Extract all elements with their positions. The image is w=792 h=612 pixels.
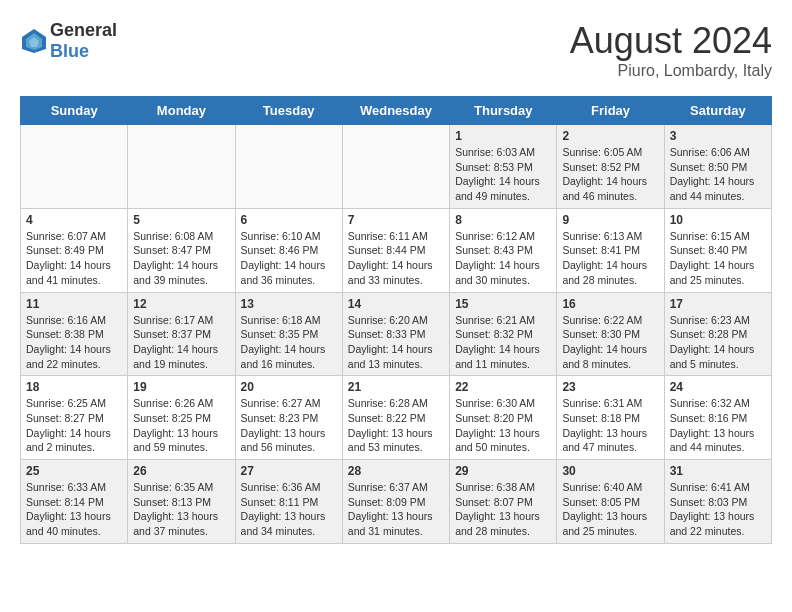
day-number: 10 [670, 213, 766, 227]
calendar-cell: 28Sunrise: 6:37 AMSunset: 8:09 PMDayligh… [342, 460, 449, 544]
day-number: 26 [133, 464, 229, 478]
day-number: 25 [26, 464, 122, 478]
day-of-week-header: Friday [557, 97, 664, 125]
day-number: 7 [348, 213, 444, 227]
calendar-cell: 18Sunrise: 6:25 AMSunset: 8:27 PMDayligh… [21, 376, 128, 460]
day-number: 28 [348, 464, 444, 478]
calendar-cell: 3Sunrise: 6:06 AMSunset: 8:50 PMDaylight… [664, 125, 771, 209]
cell-content: Sunrise: 6:35 AMSunset: 8:13 PMDaylight:… [133, 480, 229, 539]
calendar-cell: 6Sunrise: 6:10 AMSunset: 8:46 PMDaylight… [235, 208, 342, 292]
cell-content: Sunrise: 6:36 AMSunset: 8:11 PMDaylight:… [241, 480, 337, 539]
day-number: 16 [562, 297, 658, 311]
cell-content: Sunrise: 6:03 AMSunset: 8:53 PMDaylight:… [455, 145, 551, 204]
calendar-cell [235, 125, 342, 209]
day-number: 27 [241, 464, 337, 478]
calendar-cell: 23Sunrise: 6:31 AMSunset: 8:18 PMDayligh… [557, 376, 664, 460]
cell-content: Sunrise: 6:15 AMSunset: 8:40 PMDaylight:… [670, 229, 766, 288]
calendar-cell: 16Sunrise: 6:22 AMSunset: 8:30 PMDayligh… [557, 292, 664, 376]
calendar-cell: 2Sunrise: 6:05 AMSunset: 8:52 PMDaylight… [557, 125, 664, 209]
cell-content: Sunrise: 6:18 AMSunset: 8:35 PMDaylight:… [241, 313, 337, 372]
page-header: General Blue August 2024 Piuro, Lombardy… [20, 20, 772, 80]
day-number: 6 [241, 213, 337, 227]
day-number: 12 [133, 297, 229, 311]
cell-content: Sunrise: 6:30 AMSunset: 8:20 PMDaylight:… [455, 396, 551, 455]
calendar-cell: 22Sunrise: 6:30 AMSunset: 8:20 PMDayligh… [450, 376, 557, 460]
location-subtitle: Piuro, Lombardy, Italy [570, 62, 772, 80]
calendar-cell: 30Sunrise: 6:40 AMSunset: 8:05 PMDayligh… [557, 460, 664, 544]
calendar-cell: 10Sunrise: 6:15 AMSunset: 8:40 PMDayligh… [664, 208, 771, 292]
cell-content: Sunrise: 6:20 AMSunset: 8:33 PMDaylight:… [348, 313, 444, 372]
month-year-title: August 2024 [570, 20, 772, 62]
logo-blue: Blue [50, 41, 89, 61]
cell-content: Sunrise: 6:32 AMSunset: 8:16 PMDaylight:… [670, 396, 766, 455]
calendar-cell: 1Sunrise: 6:03 AMSunset: 8:53 PMDaylight… [450, 125, 557, 209]
day-number: 4 [26, 213, 122, 227]
cell-content: Sunrise: 6:11 AMSunset: 8:44 PMDaylight:… [348, 229, 444, 288]
day-number: 21 [348, 380, 444, 394]
calendar-cell [128, 125, 235, 209]
day-number: 18 [26, 380, 122, 394]
cell-content: Sunrise: 6:17 AMSunset: 8:37 PMDaylight:… [133, 313, 229, 372]
cell-content: Sunrise: 6:27 AMSunset: 8:23 PMDaylight:… [241, 396, 337, 455]
calendar-cell: 12Sunrise: 6:17 AMSunset: 8:37 PMDayligh… [128, 292, 235, 376]
cell-content: Sunrise: 6:12 AMSunset: 8:43 PMDaylight:… [455, 229, 551, 288]
day-of-week-header: Thursday [450, 97, 557, 125]
cell-content: Sunrise: 6:05 AMSunset: 8:52 PMDaylight:… [562, 145, 658, 204]
day-of-week-header: Saturday [664, 97, 771, 125]
day-number: 15 [455, 297, 551, 311]
day-number: 23 [562, 380, 658, 394]
cell-content: Sunrise: 6:33 AMSunset: 8:14 PMDaylight:… [26, 480, 122, 539]
cell-content: Sunrise: 6:16 AMSunset: 8:38 PMDaylight:… [26, 313, 122, 372]
calendar-cell: 17Sunrise: 6:23 AMSunset: 8:28 PMDayligh… [664, 292, 771, 376]
calendar-cell: 9Sunrise: 6:13 AMSunset: 8:41 PMDaylight… [557, 208, 664, 292]
day-number: 29 [455, 464, 551, 478]
cell-content: Sunrise: 6:22 AMSunset: 8:30 PMDaylight:… [562, 313, 658, 372]
day-of-week-header: Sunday [21, 97, 128, 125]
cell-content: Sunrise: 6:08 AMSunset: 8:47 PMDaylight:… [133, 229, 229, 288]
calendar-cell: 4Sunrise: 6:07 AMSunset: 8:49 PMDaylight… [21, 208, 128, 292]
cell-content: Sunrise: 6:37 AMSunset: 8:09 PMDaylight:… [348, 480, 444, 539]
day-number: 1 [455, 129, 551, 143]
day-of-week-header: Wednesday [342, 97, 449, 125]
day-number: 17 [670, 297, 766, 311]
cell-content: Sunrise: 6:10 AMSunset: 8:46 PMDaylight:… [241, 229, 337, 288]
day-number: 14 [348, 297, 444, 311]
calendar-cell: 8Sunrise: 6:12 AMSunset: 8:43 PMDaylight… [450, 208, 557, 292]
calendar-cell [21, 125, 128, 209]
day-number: 20 [241, 380, 337, 394]
day-number: 19 [133, 380, 229, 394]
cell-content: Sunrise: 6:41 AMSunset: 8:03 PMDaylight:… [670, 480, 766, 539]
day-number: 13 [241, 297, 337, 311]
cell-content: Sunrise: 6:07 AMSunset: 8:49 PMDaylight:… [26, 229, 122, 288]
calendar-cell: 19Sunrise: 6:26 AMSunset: 8:25 PMDayligh… [128, 376, 235, 460]
calendar-cell: 25Sunrise: 6:33 AMSunset: 8:14 PMDayligh… [21, 460, 128, 544]
day-number: 3 [670, 129, 766, 143]
calendar-cell: 27Sunrise: 6:36 AMSunset: 8:11 PMDayligh… [235, 460, 342, 544]
logo: General Blue [20, 20, 117, 62]
day-of-week-header: Tuesday [235, 97, 342, 125]
day-of-week-header: Monday [128, 97, 235, 125]
logo-general: General [50, 20, 117, 40]
cell-content: Sunrise: 6:28 AMSunset: 8:22 PMDaylight:… [348, 396, 444, 455]
cell-content: Sunrise: 6:38 AMSunset: 8:07 PMDaylight:… [455, 480, 551, 539]
calendar-cell: 11Sunrise: 6:16 AMSunset: 8:38 PMDayligh… [21, 292, 128, 376]
cell-content: Sunrise: 6:06 AMSunset: 8:50 PMDaylight:… [670, 145, 766, 204]
calendar-cell: 13Sunrise: 6:18 AMSunset: 8:35 PMDayligh… [235, 292, 342, 376]
day-number: 22 [455, 380, 551, 394]
day-number: 8 [455, 213, 551, 227]
cell-content: Sunrise: 6:40 AMSunset: 8:05 PMDaylight:… [562, 480, 658, 539]
calendar-cell: 20Sunrise: 6:27 AMSunset: 8:23 PMDayligh… [235, 376, 342, 460]
cell-content: Sunrise: 6:31 AMSunset: 8:18 PMDaylight:… [562, 396, 658, 455]
calendar-cell: 7Sunrise: 6:11 AMSunset: 8:44 PMDaylight… [342, 208, 449, 292]
day-number: 2 [562, 129, 658, 143]
cell-content: Sunrise: 6:25 AMSunset: 8:27 PMDaylight:… [26, 396, 122, 455]
cell-content: Sunrise: 6:21 AMSunset: 8:32 PMDaylight:… [455, 313, 551, 372]
calendar-cell: 24Sunrise: 6:32 AMSunset: 8:16 PMDayligh… [664, 376, 771, 460]
calendar-table: SundayMondayTuesdayWednesdayThursdayFrid… [20, 96, 772, 544]
day-number: 5 [133, 213, 229, 227]
calendar-cell: 29Sunrise: 6:38 AMSunset: 8:07 PMDayligh… [450, 460, 557, 544]
cell-content: Sunrise: 6:26 AMSunset: 8:25 PMDaylight:… [133, 396, 229, 455]
calendar-cell [342, 125, 449, 209]
day-number: 24 [670, 380, 766, 394]
calendar-cell: 14Sunrise: 6:20 AMSunset: 8:33 PMDayligh… [342, 292, 449, 376]
